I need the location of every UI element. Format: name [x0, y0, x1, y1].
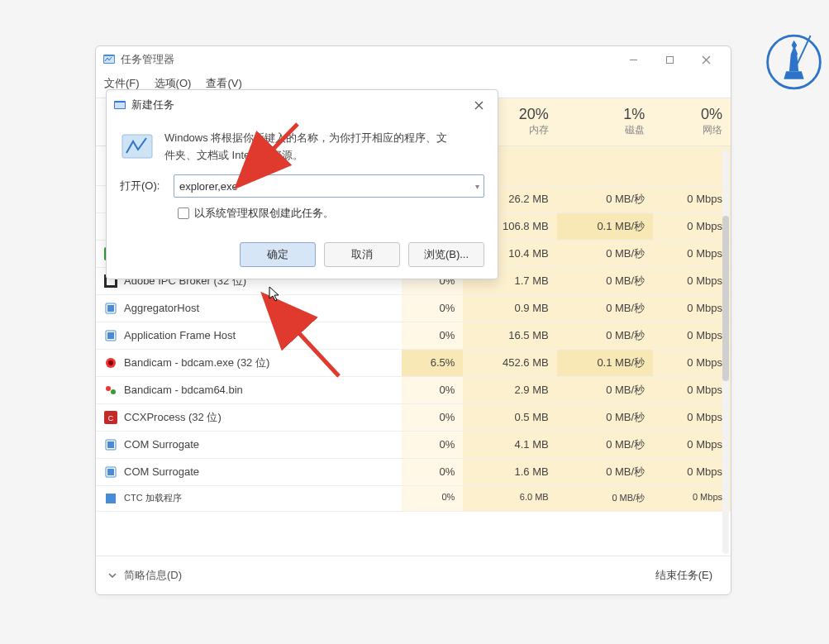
svg-point-16 [108, 360, 113, 365]
memory-cell: 2.9 MB [463, 376, 556, 403]
statusbar: 简略信息(D) 结束任务(E) [96, 556, 731, 594]
svg-point-17 [106, 386, 111, 391]
disk-cell: 0 MB/秒 [557, 294, 654, 322]
svg-rect-1 [797, 36, 812, 64]
svg-rect-22 [107, 441, 114, 448]
admin-checkbox[interactable] [178, 208, 189, 219]
memory-cell: 6.0 MB [463, 485, 556, 511]
table-row[interactable]: COM Surrogate0%4.1 MB0 MB/秒0 Mbps [96, 431, 731, 458]
disk-cell: 0.1 MB/秒 [557, 349, 654, 376]
process-name: AggregatorHost [124, 302, 199, 314]
process-name: CCXProcess (32 位) [124, 410, 222, 425]
end-task-button[interactable]: 结束任务(E) [649, 565, 719, 586]
process-name: CTC 加载程序 [124, 492, 182, 504]
process-name: Bandicam - bdcam.exe (32 位) [124, 355, 269, 370]
svg-rect-14 [107, 332, 114, 339]
cpu-cell: 0% [402, 294, 463, 322]
table-row[interactable]: CTC 加载程序0%6.0 MB0 MB/秒0 Mbps [96, 485, 731, 511]
admin-checkbox-label: 以系统管理权限创建此任务。 [194, 206, 334, 221]
memory-cell: 1.6 MB [463, 458, 556, 485]
run-large-icon [120, 130, 155, 165]
table-row[interactable]: AggregatorHost0%0.9 MB0 MB/秒0 Mbps [96, 294, 731, 322]
brief-info-label: 简略信息(D) [124, 568, 182, 583]
network-cell: 0 Mbps [653, 349, 731, 376]
process-icon [104, 356, 117, 370]
scrollbar[interactable] [722, 150, 729, 554]
col-network-header[interactable]: 0% 网络 [653, 98, 731, 145]
process-icon [104, 384, 117, 397]
process-name: Bandicam - bdcam64.bin [124, 384, 243, 396]
cpu-cell: 0% [402, 485, 463, 511]
memory-cell: 4.1 MB [463, 431, 556, 458]
run-icon [113, 98, 126, 112]
network-cell: 0 Mbps [653, 431, 731, 458]
network-cell: 0 Mbps [653, 376, 731, 403]
memory-cell: 452.6 MB [463, 349, 556, 376]
scrollbar-thumb[interactable] [722, 216, 729, 381]
memory-cell: 16.5 MB [463, 322, 556, 349]
table-row[interactable]: Bandicam - bdcam64.bin0%2.9 MB0 MB/秒0 Mb… [96, 376, 731, 403]
cpu-cell: 0% [402, 322, 463, 349]
maximize-button[interactable] [651, 47, 688, 72]
disk-cell: 0.1 MB/秒 [557, 212, 654, 240]
watermark-logo [763, 25, 825, 99]
network-cell: 0 Mbps [653, 185, 731, 212]
app-icon [102, 53, 116, 66]
disk-cell: 0 MB/秒 [557, 376, 654, 403]
titlebar: 任务管理器 [96, 46, 731, 73]
network-cell: 0 Mbps [653, 240, 731, 267]
disk-cell: 0 MB/秒 [557, 185, 654, 212]
disk-cell: 0 MB/秒 [557, 431, 654, 458]
network-cell: 0 Mbps [653, 485, 731, 511]
process-icon [104, 302, 117, 315]
minimize-button[interactable] [615, 47, 651, 72]
open-label: 打开(O): [120, 179, 165, 193]
disk-cell: 0 MB/秒 [557, 322, 654, 349]
col-disk-header[interactable]: 1% 磁盘 [557, 98, 654, 145]
cpu-cell: 0% [402, 458, 463, 485]
memory-cell: 0.9 MB [463, 294, 556, 322]
svg-rect-27 [115, 103, 125, 108]
memory-cell: 0.5 MB [463, 403, 556, 431]
table-row[interactable]: Application Frame Host0%16.5 MB0 MB/秒0 M… [96, 322, 731, 349]
browse-button[interactable]: 浏览(B)... [408, 242, 484, 267]
dialog-titlebar: 新建任务 [107, 90, 498, 120]
cancel-button[interactable]: 取消 [324, 242, 400, 267]
ok-button[interactable]: 确定 [240, 242, 316, 267]
process-icon [104, 492, 117, 505]
disk-cell: 0 MB/秒 [557, 267, 654, 294]
table-row[interactable]: Bandicam - bdcam.exe (32 位)6.5%452.6 MB0… [96, 349, 731, 376]
svg-rect-30 [122, 135, 152, 158]
svg-point-0 [768, 36, 821, 88]
network-cell: 0 Mbps [653, 458, 731, 485]
table-row[interactable]: COM Surrogate0%1.6 MB0 MB/秒0 Mbps [96, 458, 731, 485]
process-icon: C [104, 411, 117, 424]
dialog-description: Windows 将根据你所键入的名称，为你打开相应的程序、文 件夹、文档或 In… [164, 130, 447, 165]
svg-text:C: C [108, 414, 114, 422]
disk-cell: 0 MB/秒 [557, 458, 654, 485]
chevron-down-icon [107, 570, 117, 580]
network-cell: 0 Mbps [653, 322, 731, 349]
network-cell: 0 Mbps [653, 294, 731, 322]
svg-rect-12 [107, 305, 114, 312]
network-cell: 0 Mbps [653, 403, 731, 431]
close-button[interactable] [688, 47, 724, 72]
dialog-title: 新建任务 [131, 98, 174, 112]
process-icon [104, 329, 117, 342]
dialog-close-button[interactable] [466, 95, 491, 115]
disk-cell: 0 MB/秒 [557, 403, 654, 431]
disk-cell: 0 MB/秒 [557, 485, 654, 511]
close-icon [474, 101, 484, 110]
svg-rect-3 [104, 56, 114, 63]
new-task-dialog: 新建任务 Windows 将根据你所键入的名称，为你打开相应的程序、文 件夹、文… [106, 89, 498, 279]
network-cell: 0 Mbps [653, 267, 731, 294]
svg-rect-25 [106, 494, 116, 503]
disk-cell: 0 MB/秒 [557, 240, 654, 267]
window-title: 任务管理器 [121, 52, 174, 67]
brief-info-toggle[interactable]: 简略信息(D) [107, 568, 182, 583]
table-row[interactable]: CCCXProcess (32 位)0%0.5 MB0 MB/秒0 Mbps [96, 403, 731, 431]
cpu-cell: 6.5% [402, 349, 463, 376]
process-name: COM Surrogate [124, 465, 199, 478]
open-input[interactable] [174, 174, 484, 198]
process-icon [104, 438, 117, 451]
